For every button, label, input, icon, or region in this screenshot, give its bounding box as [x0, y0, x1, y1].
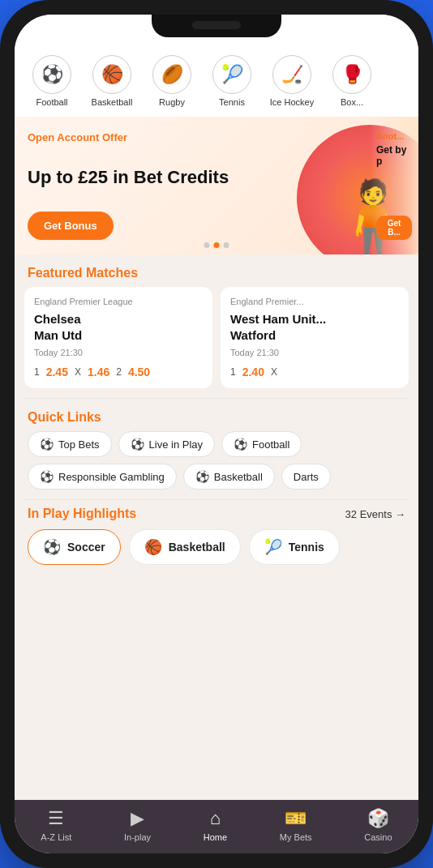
phone-notch	[152, 15, 281, 37]
pill-basketball[interactable]: 🏀 Basketball	[129, 529, 241, 565]
chip-label-live: Live in Play	[149, 438, 203, 451]
boxing-icon: 🥊	[332, 55, 371, 94]
sport-item-football[interactable]: ⚽ Football	[24, 55, 79, 107]
hero-next-text: Get by p	[376, 144, 412, 167]
casino-label: Casino	[364, 832, 392, 842]
inplay-header: In Play Highlights 32 Events →	[15, 500, 418, 529]
match-card-2[interactable]: England Premier... West Ham Unit... Watf…	[221, 287, 409, 388]
basketball-pill-icon: 🏀	[144, 538, 162, 556]
sport-item-tennis[interactable]: 🎾 Tennis	[204, 55, 259, 107]
match-1-teams: Chelsea Man Utd	[34, 311, 203, 343]
nav-az-list[interactable]: ☰ A-Z List	[41, 808, 71, 842]
az-list-icon: ☰	[48, 808, 64, 829]
hero-next-offer-label: Anot...	[376, 131, 412, 141]
nav-casino[interactable]: 🎲 Casino	[364, 808, 392, 842]
featured-section-title: Featured Matches	[15, 254, 418, 287]
pill-tennis[interactable]: 🎾 Tennis	[249, 529, 340, 565]
sport-label-basketball: Basketball	[92, 97, 133, 107]
hero-banner: Open Account Offer Up to £25 in Bet Cred…	[15, 117, 418, 254]
icehockey-icon: 🏒	[272, 55, 311, 94]
my-bets-label: My Bets	[280, 832, 312, 842]
sport-label-rugby: Rugby	[159, 97, 185, 107]
inplay-title: In Play Highlights	[28, 507, 136, 521]
main-content: Featured Matches England Premier League …	[15, 254, 418, 800]
hero-next-button[interactable]: Get B...	[376, 216, 412, 240]
match2-odds-label-x: X	[271, 366, 277, 378]
odds-label-1: 1	[34, 366, 40, 378]
match-2-odds: 1 2.40 X	[230, 366, 399, 378]
match2-odds-val-1[interactable]: 2.40	[242, 366, 264, 378]
phone-frame: ⚽ Football 🏀 Basketball 🏉 Rugby 🎾 Tennis…	[0, 0, 433, 868]
chip-icon-top-bets: ⚽	[40, 438, 54, 451]
sport-label-tennis: Tennis	[219, 97, 245, 107]
odds-val-2[interactable]: 4.50	[128, 366, 150, 378]
sport-label-football: Football	[36, 97, 67, 107]
chip-label-football: Football	[252, 438, 289, 451]
odds-val-1[interactable]: 2.45	[46, 366, 68, 378]
odds-label-x: X	[75, 366, 81, 378]
odds-val-x[interactable]: 1.46	[88, 366, 109, 378]
match2-odds-label-1: 1	[230, 366, 236, 378]
chip-responsible-gambling[interactable]: ⚽ Responsible Gambling	[28, 464, 177, 490]
odds-label-2: 2	[116, 366, 122, 378]
dot-2	[214, 242, 220, 248]
hero-dots	[204, 242, 229, 248]
chip-icon-football: ⚽	[234, 438, 247, 451]
sports-pills: ⚽ Soccer 🏀 Basketball 🎾 Tennis	[15, 529, 418, 578]
dot-1	[204, 242, 210, 248]
chip-label-basketball: Basketball	[214, 471, 263, 483]
phone-screen: ⚽ Football 🏀 Basketball 🏉 Rugby 🎾 Tennis…	[15, 15, 418, 853]
quick-links-section: ⚽ Top Bets ⚽ Live in Play ⚽ Football ⚽	[15, 431, 418, 499]
screen-content: ⚽ Football 🏀 Basketball 🏉 Rugby 🎾 Tennis…	[15, 15, 418, 853]
nav-home[interactable]: ⌂ Home	[204, 808, 227, 842]
sport-item-icehockey[interactable]: 🏒 Ice Hockey	[264, 55, 319, 107]
quick-links-title: Quick Links	[15, 399, 418, 431]
match-card-1[interactable]: England Premier League Chelsea Man Utd T…	[24, 287, 212, 388]
rugby-icon: 🏉	[152, 55, 191, 94]
basketball-pill-label: Basketball	[169, 541, 225, 554]
soccer-pill-label: Soccer	[67, 541, 105, 554]
tennis-pill-label: Tennis	[289, 541, 324, 554]
nav-my-bets[interactable]: 🎫 My Bets	[280, 808, 312, 842]
my-bets-icon: 🎫	[285, 808, 307, 829]
get-bonus-button[interactable]: Get Bonus	[28, 212, 114, 240]
sport-item-basketball[interactable]: 🏀 Basketball	[84, 55, 139, 107]
chip-label-responsible: Responsible Gambling	[58, 471, 165, 483]
matches-row: England Premier League Chelsea Man Utd T…	[15, 287, 418, 398]
match-2-league: England Premier...	[230, 297, 399, 306]
tennis-pill-icon: 🎾	[264, 538, 282, 556]
match-1-odds: 1 2.45 X 1.46 2 4.50	[34, 366, 203, 378]
match-1-time: Today 21:30	[34, 348, 203, 357]
soccer-pill-icon: ⚽	[43, 538, 61, 556]
chip-top-bets[interactable]: ⚽ Top Bets	[28, 431, 112, 457]
dot-3	[224, 242, 229, 248]
chip-icon-live: ⚽	[131, 438, 144, 451]
match-2-teams: West Ham Unit... Watford	[230, 311, 399, 343]
sport-item-rugby[interactable]: 🏉 Rugby	[144, 55, 199, 107]
chip-football[interactable]: ⚽ Football	[221, 431, 302, 457]
chip-icon-responsible: ⚽	[40, 470, 54, 483]
chip-icon-basketball: ⚽	[195, 470, 209, 483]
chip-basketball[interactable]: ⚽ Basketball	[183, 464, 275, 490]
inplay-events-count[interactable]: 32 Events →	[345, 508, 405, 520]
nav-inplay[interactable]: ▶ In-play	[124, 808, 151, 842]
chip-darts[interactable]: Darts	[281, 464, 331, 490]
az-list-label: A-Z List	[41, 832, 71, 842]
sport-item-boxing[interactable]: 🥊 Box...	[324, 55, 379, 107]
basketball-icon: 🏀	[92, 55, 131, 94]
chip-label-top-bets: Top Bets	[58, 438, 100, 451]
sport-label-boxing: Box...	[341, 97, 363, 107]
inplay-label: In-play	[124, 832, 151, 842]
pill-soccer[interactable]: ⚽ Soccer	[28, 529, 121, 565]
match-1-league: England Premier League	[34, 297, 203, 306]
sport-label-icehockey: Ice Hockey	[270, 97, 314, 107]
home-label: Home	[204, 832, 227, 842]
inplay-icon: ▶	[131, 808, 144, 829]
tennis-icon: 🎾	[212, 55, 251, 94]
hero-next-peek: Anot... Get by p Get B...	[370, 117, 418, 254]
chip-label-darts: Darts	[294, 471, 319, 483]
home-icon: ⌂	[210, 808, 221, 829]
football-icon: ⚽	[32, 55, 71, 94]
chip-live-in-play[interactable]: ⚽ Live in Play	[118, 431, 215, 457]
casino-icon: 🎲	[367, 808, 389, 829]
